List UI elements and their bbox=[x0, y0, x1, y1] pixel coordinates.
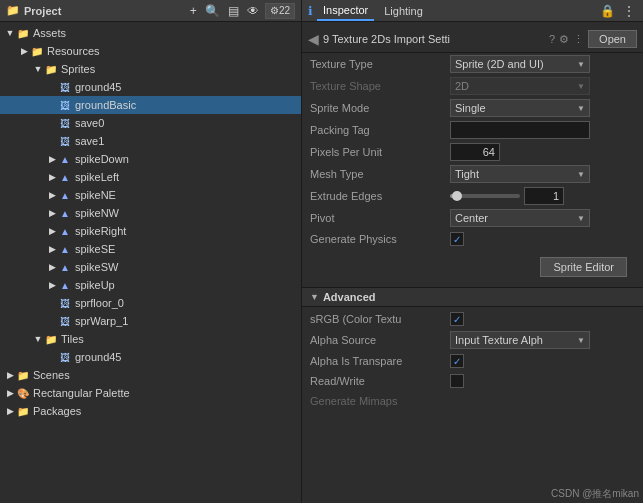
number-input-pixels-per-unit[interactable] bbox=[450, 143, 500, 161]
checkbox-srgb-(color-textu[interactable]: ✓ bbox=[450, 312, 464, 326]
tree-arrow-icon: ▶ bbox=[46, 262, 58, 272]
prop-row-read/write: Read/Write bbox=[302, 371, 643, 391]
tree-item[interactable]: ▶🎨Rectangular Palette bbox=[0, 384, 301, 402]
back-arrow-icon: ◀ bbox=[308, 31, 319, 47]
folder-icon: 📁 bbox=[30, 44, 44, 58]
tree-item[interactable]: ▼📁Assets bbox=[0, 24, 301, 42]
checkbox-read/write[interactable] bbox=[450, 374, 464, 388]
advanced-section-header[interactable]: ▼ Advanced bbox=[302, 287, 643, 307]
dropdown-value: Single bbox=[455, 102, 486, 114]
prop-row-generate-physics: Generate Physics✓ bbox=[302, 229, 643, 249]
search-btn[interactable]: 🔍 bbox=[203, 4, 222, 18]
project-tree: ▼📁Assets▶📁Resources▼📁Sprites 🖼ground45 🖼… bbox=[0, 22, 301, 503]
sprite-editor-row: Sprite Editor bbox=[302, 249, 643, 285]
tree-arrow-icon: ▶ bbox=[4, 406, 16, 416]
tree-item[interactable]: 🖼ground45 bbox=[0, 348, 301, 366]
sprite-icon: 🖼 bbox=[58, 350, 72, 364]
prop-row-packing-tag: Packing Tag bbox=[302, 119, 643, 141]
tree-item[interactable]: ▶▲spikeLeft bbox=[0, 168, 301, 186]
tree-arrow-icon: ▶ bbox=[46, 208, 58, 218]
inspector-title-bar: ◀ 9 Texture 2Ds Import Setti ? ⚙ ⋮ Open bbox=[302, 26, 643, 53]
dropdown-value: Input Texture Alph bbox=[455, 334, 543, 346]
help-icon: ? bbox=[549, 33, 555, 45]
tree-item[interactable]: ▼📁Sprites bbox=[0, 60, 301, 78]
dropdown-mesh-type[interactable]: Tight▼ bbox=[450, 165, 590, 183]
properties-container: Texture TypeSprite (2D and UI)▼Texture S… bbox=[302, 53, 643, 249]
text-input-packing-tag[interactable] bbox=[450, 121, 590, 139]
tree-item[interactable]: 🖼groundBasic bbox=[0, 96, 301, 114]
slider-thumb[interactable] bbox=[452, 191, 462, 201]
prop-label: Texture Type bbox=[310, 58, 450, 70]
tab-inspector[interactable]: Inspector bbox=[317, 0, 374, 21]
tree-item[interactable]: ▶📁Resources bbox=[0, 42, 301, 60]
dropdown-sprite-mode[interactable]: Single▼ bbox=[450, 99, 590, 117]
dropdown-alpha-source[interactable]: Input Texture Alph▼ bbox=[450, 331, 590, 349]
chevron-down-icon: ▼ bbox=[577, 104, 585, 113]
tab-lighting[interactable]: Lighting bbox=[378, 0, 429, 21]
tree-arrow-icon: ▶ bbox=[46, 244, 58, 254]
tree-item[interactable]: ▼📁Tiles bbox=[0, 330, 301, 348]
folder-icon: 📁 bbox=[44, 332, 58, 346]
menu-icon[interactable]: ⋮ bbox=[621, 4, 637, 18]
prop-row-srgb-(color-textu: sRGB (Color Textu✓ bbox=[302, 309, 643, 329]
triangle-icon: ▲ bbox=[58, 260, 72, 274]
lock-icon[interactable]: 🔒 bbox=[598, 4, 617, 18]
tree-item[interactable]: ▶▲spikeNE bbox=[0, 186, 301, 204]
advanced-section-title: Advanced bbox=[323, 291, 376, 303]
inspector-title: 9 Texture 2Ds Import Setti bbox=[323, 33, 545, 45]
tree-item-label: sprfloor_0 bbox=[75, 297, 124, 309]
prop-label: Pixels Per Unit bbox=[310, 146, 450, 158]
tree-item[interactable]: ▶📁Packages bbox=[0, 402, 301, 420]
triangle-icon: ▲ bbox=[58, 242, 72, 256]
tree-item-label: spikeSW bbox=[75, 261, 118, 273]
dropdown-pivot[interactable]: Center▼ bbox=[450, 209, 590, 227]
prop-label: Sprite Mode bbox=[310, 102, 450, 114]
sprite-icon: 🖼 bbox=[58, 296, 72, 310]
tree-item-label: spikeLeft bbox=[75, 171, 119, 183]
tree-item-label: ground45 bbox=[75, 81, 122, 93]
tree-item[interactable]: 🖼ground45 bbox=[0, 78, 301, 96]
slider-track[interactable] bbox=[450, 194, 520, 198]
tree-item[interactable]: ▶▲spikeSE bbox=[0, 240, 301, 258]
sprite-icon: 🖼 bbox=[58, 134, 72, 148]
chevron-down-icon: ▼ bbox=[577, 336, 585, 345]
sprite-icon: 🖼 bbox=[58, 98, 72, 112]
open-button[interactable]: Open bbox=[588, 30, 637, 48]
slider-number-input[interactable] bbox=[524, 187, 564, 205]
tree-item[interactable]: ▶▲spikeDown bbox=[0, 150, 301, 168]
dropdown-texture-type[interactable]: Sprite (2D and UI)▼ bbox=[450, 55, 590, 73]
tree-item[interactable]: ▶▲spikeRight bbox=[0, 222, 301, 240]
tree-item[interactable]: 🖼sprWarp_1 bbox=[0, 312, 301, 330]
tree-item[interactable]: 🖼sprfloor_0 bbox=[0, 294, 301, 312]
prop-row-alpha-source: Alpha SourceInput Texture Alph▼ bbox=[302, 329, 643, 351]
tree-item[interactable]: 🖼save1 bbox=[0, 132, 301, 150]
tree-item-label: groundBasic bbox=[75, 99, 136, 111]
tree-item-label: spikeNE bbox=[75, 189, 116, 201]
more-icon: ⋮ bbox=[573, 33, 584, 46]
folder-icon: 📁 bbox=[16, 368, 30, 382]
tree-arrow-icon: ▶ bbox=[46, 280, 58, 290]
checkbox-generate-physics[interactable]: ✓ bbox=[450, 232, 464, 246]
tree-item[interactable]: ▶▲spikeUp bbox=[0, 276, 301, 294]
sprite-editor-button[interactable]: Sprite Editor bbox=[540, 257, 627, 277]
checkbox-alpha-is-transpare[interactable]: ✓ bbox=[450, 354, 464, 368]
prop-row-texture-shape: Texture Shape2D▼ bbox=[302, 75, 643, 97]
tree-item[interactable]: ▶▲spikeNW bbox=[0, 204, 301, 222]
advanced-properties-container: sRGB (Color Textu✓Alpha SourceInput Text… bbox=[302, 309, 643, 391]
tree-item-label: spikeDown bbox=[75, 153, 129, 165]
eye-btn[interactable]: 👁 bbox=[245, 4, 261, 18]
view-btn[interactable]: ▤ bbox=[226, 4, 241, 18]
triangle-icon: ▲ bbox=[58, 188, 72, 202]
tree-item[interactable]: 🖼save0 bbox=[0, 114, 301, 132]
dropdown-texture-shape[interactable]: 2D▼ bbox=[450, 77, 590, 95]
folder-icon: 📁 bbox=[16, 404, 30, 418]
prop-label: Extrude Edges bbox=[310, 190, 450, 202]
tree-item[interactable]: ▶▲spikeSW bbox=[0, 258, 301, 276]
add-btn[interactable]: + bbox=[188, 4, 199, 18]
tree-item[interactable]: ▶📁Scenes bbox=[0, 366, 301, 384]
tree-item-label: spikeRight bbox=[75, 225, 126, 237]
tree-item-label: Packages bbox=[33, 405, 81, 417]
generate-mipmaps-label: Generate Mimaps bbox=[310, 395, 450, 407]
prop-label: Read/Write bbox=[310, 375, 450, 387]
triangle-icon: ▲ bbox=[58, 170, 72, 184]
